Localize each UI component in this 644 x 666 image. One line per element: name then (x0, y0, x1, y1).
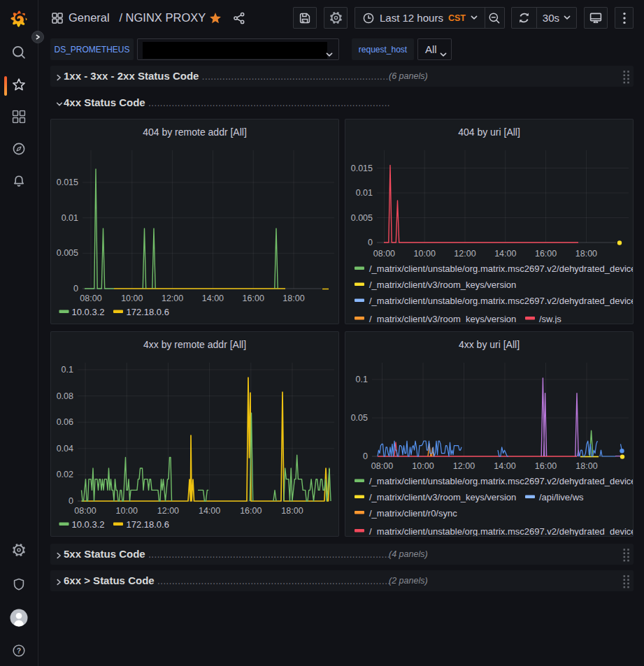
svg-text:0.02: 0.02 (57, 470, 73, 479)
svg-text:0.015: 0.015 (57, 178, 78, 187)
svg-text:18:00: 18:00 (282, 294, 304, 303)
svg-text:08:00: 08:00 (74, 506, 96, 516)
svg-text:14:00: 14:00 (199, 506, 220, 516)
svg-text:08:00: 08:00 (371, 461, 393, 471)
svg-text:12:00: 12:00 (162, 294, 183, 303)
svg-text:0.01: 0.01 (62, 213, 78, 223)
svg-text:18:00: 18:00 (281, 506, 303, 516)
svg-text:?: ? (17, 646, 21, 655)
svg-text:16:00: 16:00 (240, 506, 262, 516)
svg-text:14:00: 14:00 (494, 249, 516, 259)
svg-text:18:00: 18:00 (575, 249, 597, 259)
svg-text:10:00: 10:00 (412, 461, 434, 471)
svg-text:0: 0 (69, 496, 73, 506)
svg-text:172.18.0.6: 172.18.0.6 (127, 519, 169, 530)
svg-text:12:00: 12:00 (157, 506, 179, 516)
svg-text:/api/live/ws: /api/live/ws (539, 492, 584, 502)
svg-text:0.04: 0.04 (57, 444, 73, 454)
svg-text:0.06: 0.06 (57, 417, 73, 427)
svg-text:0: 0 (363, 451, 368, 461)
svg-text:0.005: 0.005 (57, 248, 78, 258)
svg-text:/_matrix/client/v3/room_keys/v: /_matrix/client/v3/room_keys/version (369, 314, 516, 324)
svg-text:10:00: 10:00 (116, 506, 138, 516)
svg-text:08:00: 08:00 (373, 249, 395, 259)
svg-text:/_matrix/client/v3/room_keys/v: /_matrix/client/v3/room_keys/version (369, 492, 516, 502)
svg-text:16:00: 16:00 (535, 461, 557, 471)
svg-text:10:00: 10:00 (121, 294, 143, 303)
svg-text:/_matrix/client/unstable/org.m: /_matrix/client/unstable/org.matrix.msc2… (369, 476, 634, 486)
svg-text:0: 0 (368, 238, 373, 247)
svg-text:0.005: 0.005 (351, 213, 373, 223)
svg-text:12:00: 12:00 (454, 249, 475, 259)
svg-text:14:00: 14:00 (494, 461, 515, 471)
svg-text:0.05: 0.05 (351, 413, 368, 423)
svg-text:/_matrix/client/unstable/org.m: /_matrix/client/unstable/org.matrix.msc2… (369, 263, 634, 274)
svg-text:10.0.3.2: 10.0.3.2 (72, 307, 105, 317)
svg-text:0.1: 0.1 (62, 365, 73, 375)
svg-text:/_matrix/client/v3/room_keys/v: /_matrix/client/v3/room_keys/version (369, 280, 516, 290)
svg-text:/sw.js: /sw.js (539, 314, 561, 324)
svg-text:0: 0 (73, 284, 78, 294)
svg-text:/_matrix/client/unstable/org.m: /_matrix/client/unstable/org.matrix.msc2… (369, 296, 634, 306)
svg-text:/_matrix/client/r0/sync: /_matrix/client/r0/sync (369, 508, 457, 519)
svg-text:16:00: 16:00 (535, 249, 557, 259)
svg-text:14:00: 14:00 (202, 294, 224, 303)
svg-text:0.1: 0.1 (356, 375, 368, 384)
svg-text:08:00: 08:00 (80, 294, 101, 303)
svg-text:10:00: 10:00 (414, 249, 436, 259)
svg-text:10.0.3.2: 10.0.3.2 (72, 519, 105, 530)
svg-text:172.18.0.6: 172.18.0.6 (127, 307, 169, 317)
svg-text:0.015: 0.015 (351, 164, 373, 173)
svg-text:12:00: 12:00 (453, 461, 475, 471)
svg-text:/_matrix/client/unstable/org.m: /_matrix/client/unstable/org.matrix.msc2… (369, 526, 634, 537)
svg-text:18:00: 18:00 (575, 461, 597, 471)
svg-text:0.08: 0.08 (57, 391, 73, 401)
svg-text:0.01: 0.01 (356, 188, 373, 198)
svg-text:16:00: 16:00 (243, 294, 264, 303)
